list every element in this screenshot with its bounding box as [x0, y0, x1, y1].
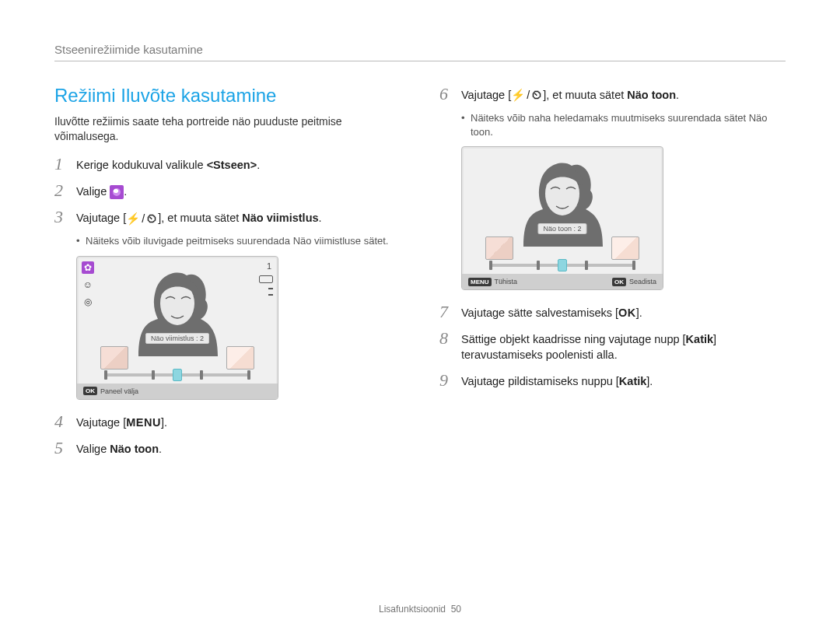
text: ].: [636, 306, 642, 319]
step-number: 2: [54, 181, 68, 200]
lcd-left-icons: ✿ ☺ ◎: [82, 261, 94, 308]
thumb-after: [611, 236, 639, 260]
preview-thumbs: [100, 346, 254, 370]
ok-key-icon: OK: [83, 387, 97, 395]
flash-icon: ⚡: [126, 212, 140, 227]
lcd-right-icons: 1: [259, 261, 273, 296]
footer-label: Lisafunktsioonid: [379, 604, 446, 615]
step-4: 4 Vajutage [MENU].: [54, 412, 401, 431]
breadcrumb: Stseenirežiimide kasutamine: [54, 43, 786, 61]
step-text: Kerige kodukuval valikule <Stseen>.: [76, 155, 260, 173]
step-number: 9: [439, 371, 453, 390]
flash-timer-icons: ⚡/⏲: [126, 212, 158, 227]
text: Vajutage [: [76, 212, 126, 224]
text: .: [159, 443, 162, 455]
step-2: 2 Valige .: [54, 181, 401, 200]
retouch-level-badge: Näo viimistlus : 2: [145, 333, 209, 344]
text: Sättige objekt kaadrisse ning vajutage n…: [461, 333, 686, 345]
section-description: Iluvõtte režiimis saate teha portreide n…: [54, 114, 401, 144]
timer-icon: ⏲: [146, 212, 158, 227]
step-7: 7 Vajutage sätte salvestamiseks [OK].: [439, 303, 786, 321]
text: .: [124, 185, 127, 198]
flash-timer-icons: ⚡/⏲: [511, 88, 543, 103]
step-number: 7: [439, 303, 453, 321]
step-text: Valige .: [76, 181, 127, 200]
step-1: 1 Kerige kodukuval valikule <Stseen>.: [54, 155, 401, 173]
lcd-footer: MENU Tühista OK Seadista: [462, 274, 663, 289]
step-text: Valige Näo toon.: [76, 439, 162, 457]
menu-key-icon: MENU: [126, 416, 161, 429]
counter: 1: [265, 261, 273, 271]
resolution-icon: [268, 288, 273, 289]
text: Valige: [76, 443, 110, 455]
step-text: Vajutage [⚡/⏲], et muuta sätet Näo viimi…: [76, 208, 322, 226]
tone-level-badge: Näo toon : 2: [537, 223, 586, 234]
flash-icon: ⚡: [511, 88, 525, 103]
timer-icon: ⏲: [531, 88, 543, 103]
step-5: 5 Valige Näo toon.: [54, 439, 401, 457]
quality-icon: [268, 294, 273, 296]
step-3-bullet: Näiteks võib iluvigade peitmiseks suuren…: [76, 234, 401, 248]
content-columns: Režiimi Iluvõte kasutamine Iluvõtte reži…: [54, 85, 786, 465]
focus-icon: ◎: [82, 296, 94, 308]
menu-key-label: Tühista: [495, 278, 518, 285]
text: Kerige kodukuval valikule: [76, 159, 207, 171]
thumb-before: [100, 346, 128, 370]
step-text: Sättige objekt kaadrisse ning vajutage n…: [461, 329, 786, 363]
step-6-bullet: Näiteks võib naha heledamaks muutmiseks …: [461, 111, 786, 138]
thumb-after: [226, 346, 254, 370]
step-number: 6: [439, 85, 453, 103]
text: .: [319, 212, 322, 224]
right-column: 6 Vajutage [⚡/⏲], et muuta sätet Näo too…: [439, 85, 786, 465]
portrait-illustration: [123, 264, 232, 358]
ok-key-label: Seadista: [629, 278, 656, 285]
preview-thumbs: [485, 236, 639, 260]
camera-lcd-retouch: ✿ ☺ ◎ 1 Näo viimistlus : 2: [76, 256, 278, 400]
step-number: 4: [54, 412, 68, 431]
step-number: 8: [439, 329, 453, 363]
step-3: 3 Vajutage [⚡/⏲], et muuta sätet Näo vii…: [54, 208, 401, 226]
text: ].: [646, 375, 653, 387]
bold-text: Näo toon: [110, 443, 159, 455]
slider-thumb: [558, 259, 567, 271]
text: .: [257, 159, 260, 171]
thumb-before: [485, 236, 513, 260]
step-number: 1: [54, 155, 68, 173]
text: ], et muuta sätet: [543, 89, 627, 101]
step-text: Vajutage sätte salvestamiseks [OK].: [461, 303, 642, 321]
step-9: 9 Vajutage pildistamiseks nuppu [Katik].: [439, 371, 786, 390]
bold-text: Katik: [619, 375, 646, 387]
step-number: 3: [54, 208, 68, 226]
bold-text: Näo toon: [627, 89, 676, 101]
slider-thumb: [173, 369, 182, 381]
text: Valige: [76, 185, 110, 198]
step-text: Vajutage [MENU].: [76, 412, 167, 431]
text: ], et muuta sätet: [158, 212, 242, 224]
section-title: Režiimi Iluvõte kasutamine: [54, 85, 401, 107]
step-8: 8 Sättige objekt kaadrisse ning vajutage…: [439, 329, 786, 363]
beauty-shot-mode-icon: [110, 185, 124, 199]
text: .: [676, 89, 679, 101]
bold-text: Katik: [686, 333, 713, 345]
page-footer: Lisafunktsioonid 50: [0, 604, 840, 615]
step-text: Vajutage [⚡/⏲], et muuta sätet Näo toon.: [461, 85, 679, 103]
step-number: 5: [54, 439, 68, 457]
text: Vajutage pildistamiseks nuppu [: [461, 375, 619, 387]
ok-key-icon: OK: [618, 306, 636, 319]
lcd-footer: OK Paneel välja: [77, 384, 278, 399]
camera-lcd-tone: Näo toon : 2 MENU Tühista OK Seadista: [461, 146, 663, 290]
menu-key-icon: MENU: [468, 278, 492, 286]
face-detect-icon: ☺: [82, 278, 94, 291]
step-6: 6 Vajutage [⚡/⏲], et muuta sätet Näo too…: [439, 85, 786, 103]
portrait-illustration: [508, 155, 617, 248]
text: Vajutage [: [76, 416, 126, 429]
battery-icon: [259, 275, 273, 283]
bold-text: <Stseen>: [207, 159, 257, 171]
ok-key-label: Paneel välja: [100, 387, 138, 395]
text: Vajutage [: [461, 89, 511, 101]
ok-key-icon: OK: [612, 278, 626, 286]
page-number: 50: [451, 604, 461, 615]
left-column: Režiimi Iluvõte kasutamine Iluvõtte reži…: [54, 85, 401, 465]
step-text: Vajutage pildistamiseks nuppu [Katik].: [461, 371, 653, 390]
bold-text: Näo viimistlus: [242, 212, 318, 224]
